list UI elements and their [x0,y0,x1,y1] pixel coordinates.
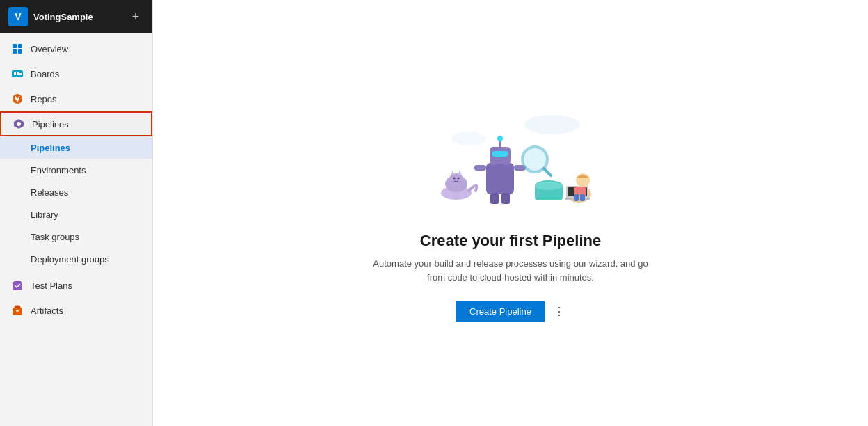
svg-rect-12 [16,310,19,312]
svg-point-13 [524,115,580,134]
testplans-icon [11,279,24,292]
svg-rect-6 [17,72,19,75]
repos-icon [11,93,24,105]
sidebar-item-label-test-plans: Test Plans [31,281,72,291]
svg-marker-19 [458,170,462,175]
svg-rect-0 [13,44,17,48]
sidebar-subitem-label-environments: Environments [31,165,86,175]
sidebar-header: V VotingSample + [0,0,152,33]
sidebar-item-label-pipelines: Pipelines [32,119,69,129]
more-options-button[interactable]: ⋮ [554,305,565,318]
empty-state-title: Create your first Pipeline [420,232,601,250]
sidebar-item-label-overview: Overview [31,44,68,54]
svg-point-20 [453,178,456,180]
sidebar-item-repos[interactable]: Repos [0,86,152,111]
svg-rect-1 [18,44,22,48]
svg-rect-5 [14,72,16,75]
svg-point-10 [17,122,21,126]
sidebar-subitem-pipelines[interactable]: Pipelines [0,136,152,159]
svg-point-31 [497,136,503,141]
svg-rect-25 [497,164,504,167]
svg-rect-24 [492,151,508,157]
sidebar-item-pipelines[interactable]: Pipelines [0,111,152,136]
svg-rect-11 [13,308,22,315]
sidebar-subitem-task-groups[interactable]: Task groups [0,226,152,248]
svg-marker-18 [451,170,455,175]
sidebar-nav: Overview Boards [0,33,152,426]
sidebar-subitem-label-deployment-groups: Deployment groups [31,254,109,265]
create-pipeline-button[interactable]: Create Pipeline [456,301,545,322]
sidebar-item-artifacts[interactable]: Artifacts [0,298,152,323]
sidebar-item-test-plans[interactable]: Test Plans [0,273,152,298]
sidebar-item-label-boards: Boards [31,69,59,79]
svg-point-36 [535,182,563,190]
action-row: Create Pipeline ⋮ [456,301,565,322]
artifacts-icon [11,304,24,317]
sidebar-subitem-deployment-groups[interactable]: Deployment groups [0,248,152,270]
svg-point-14 [451,132,486,145]
project-name: VotingSample [33,12,122,22]
svg-rect-26 [474,165,486,171]
overview-icon [11,42,24,55]
sidebar-subitem-releases[interactable]: Releases [0,181,152,203]
sidebar-subitem-label-releases: Releases [31,187,68,198]
sidebar-subitem-label-pipelines: Pipelines [31,143,70,153]
sidebar-item-overview[interactable]: Overview [0,36,152,61]
pipelines-icon [13,118,25,130]
svg-rect-28 [490,193,499,204]
sidebar-subitem-label-library: Library [31,210,58,220]
svg-rect-44 [580,194,585,201]
sidebar-item-boards[interactable]: Boards [0,61,152,86]
project-avatar: V [8,7,28,26]
svg-rect-43 [574,194,579,201]
svg-rect-29 [501,193,510,204]
empty-state: Create your first Pipeline Automate your… [364,104,657,322]
pipeline-illustration [420,104,601,215]
svg-rect-22 [486,163,514,194]
sidebar-item-label-repos: Repos [31,94,57,104]
svg-point-21 [458,178,460,180]
sidebar-item-label-artifacts: Artifacts [31,306,63,316]
sidebar-subitem-environments[interactable]: Environments [0,159,152,181]
sidebar-subitem-library[interactable]: Library [0,203,152,226]
svg-rect-2 [13,49,17,54]
sidebar: V VotingSample + Overview [0,0,153,426]
main-content-area: Create your first Pipeline Automate your… [153,0,868,426]
svg-line-33 [544,168,551,175]
sidebar-subitem-label-task-groups: Task groups [31,232,79,242]
boards-icon [11,68,24,80]
svg-rect-3 [18,49,22,54]
empty-state-subtitle: Automate your build and release processe… [364,257,657,284]
svg-rect-7 [19,73,22,75]
add-project-button[interactable]: + [127,8,144,25]
